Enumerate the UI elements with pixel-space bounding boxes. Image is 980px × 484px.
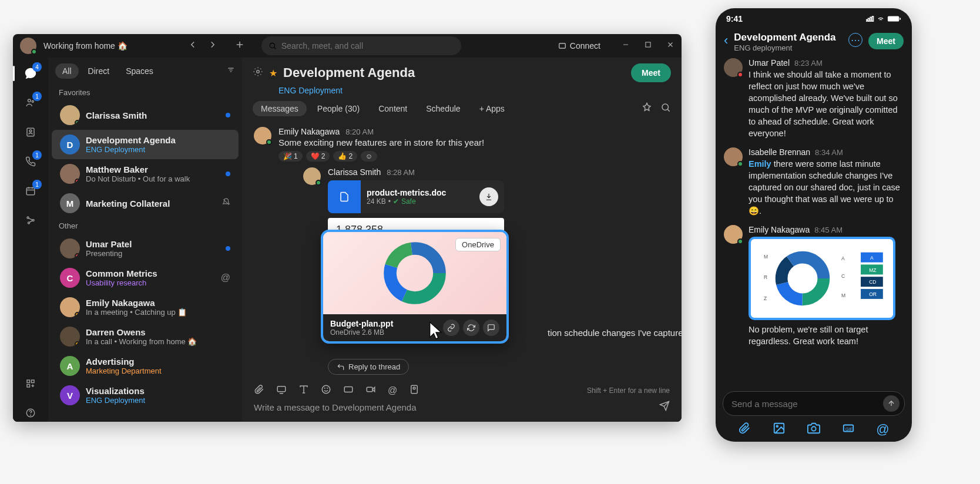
sidebar-item-matthew[interactable]: Matthew Baker Do Not Disturb • Out for a… [52, 159, 239, 189]
attach-button[interactable] [254, 384, 264, 397]
search-in-conv-icon[interactable] [660, 102, 671, 115]
add-reaction-button[interactable]: ☺ [361, 151, 377, 162]
sidebar-filter-button[interactable] [227, 66, 235, 76]
msg-time: 8:28 AM [387, 168, 415, 177]
reaction-button[interactable]: 👍2 [333, 151, 357, 162]
pin-icon[interactable] [642, 102, 652, 115]
download-button[interactable] [479, 187, 498, 206]
svg-text:CD: CD [869, 279, 876, 285]
mobile-gif-button[interactable]: GIF [842, 422, 855, 437]
search-input[interactable] [281, 41, 454, 51]
mobile-message-list[interactable]: Umar Patel8:23 AM I think we should all … [716, 58, 912, 386]
sidebar-item-common-metrics[interactable]: C Common Metrics Usability research @ [52, 263, 239, 293]
reply-to-thread-button[interactable]: Reply to thread [328, 359, 409, 375]
sidebar-item-development-agenda[interactable]: D Development Agenda ENG Deployment [52, 130, 239, 159]
file-attachment[interactable]: product-metrics.doc 24 KB•✔Safe [328, 180, 504, 213]
reaction-button[interactable]: 🎉1 [278, 151, 303, 162]
rail-apps-button[interactable] [22, 375, 39, 392]
mobile-send-button[interactable] [883, 395, 900, 412]
mobile-input-row[interactable] [723, 391, 905, 416]
conversation-subtitle: ENG Deployment [242, 86, 682, 101]
composer-input[interactable]: Write a message to Development Agenda [254, 402, 652, 412]
tab-content[interactable]: Content [370, 101, 415, 116]
rail-phone-button[interactable]: 1 [22, 153, 39, 170]
teams-badge: 1 [32, 92, 42, 101]
mute-icon [222, 198, 230, 209]
mobile-image-attachment[interactable]: M R Z A C M A MZ CD OR [749, 237, 895, 320]
rail-chat-button[interactable]: 4 [22, 65, 39, 82]
svg-rect-46 [367, 387, 372, 392]
avatar[interactable] [254, 127, 271, 144]
nav-back-button[interactable] [187, 39, 198, 52]
chat-badge: 4 [32, 62, 42, 72]
new-button[interactable] [234, 39, 245, 52]
gif-button[interactable] [343, 384, 354, 397]
message-list[interactable]: Emily Nakagawa 8:20 AM Some exciting new… [242, 122, 682, 376]
avatar[interactable] [724, 58, 743, 77]
avatar [60, 105, 80, 125]
sidebar-tab-all[interactable]: All [55, 63, 79, 79]
mobile-attach-button[interactable] [738, 422, 751, 437]
rail-contacts-button[interactable] [22, 123, 39, 141]
back-button[interactable]: ‹ [724, 33, 728, 48]
sidebar-item-clarissa[interactable]: Clarissa Smith [52, 100, 239, 130]
meet-button[interactable]: Meet [631, 63, 671, 82]
sidebar-item-visualizations[interactable]: V Visualizations ENG Deployment [52, 381, 239, 410]
rail-activity-button[interactable] [22, 211, 39, 229]
avatar[interactable] [724, 147, 743, 166]
mobile-mention-button[interactable]: @ [876, 422, 889, 437]
connect-button[interactable]: Connect [558, 41, 600, 51]
avatar: M [60, 193, 80, 213]
reaction-button[interactable]: ❤️2 [306, 151, 330, 162]
sidebar-item-marketing-collateral[interactable]: M Marketing Collateral [52, 189, 239, 218]
sidebar-tab-spaces[interactable]: Spaces [119, 63, 160, 79]
emoji-button[interactable] [321, 384, 331, 397]
mobile-meet-button[interactable]: Meet [868, 33, 904, 49]
sidebar-tab-direct[interactable]: Direct [81, 63, 117, 79]
avatar[interactable] [303, 167, 321, 185]
svg-point-26 [31, 415, 31, 415]
tab-messages[interactable]: Messages [253, 101, 307, 116]
comment-button[interactable] [483, 320, 499, 336]
tab-people[interactable]: People (30) [309, 101, 368, 116]
svg-rect-53 [868, 18, 870, 21]
send-button[interactable] [659, 401, 670, 414]
maximize-button[interactable] [644, 41, 652, 51]
rail-calendar-button[interactable]: 1 [22, 182, 39, 200]
sidebar-item-umar[interactable]: Umar Patel Presenting [52, 234, 239, 263]
minimize-button[interactable] [622, 41, 630, 51]
screen-capture-button[interactable] [276, 384, 287, 397]
close-button[interactable] [666, 41, 674, 51]
mobile-message-input[interactable] [731, 399, 878, 409]
copy-link-button[interactable] [443, 320, 459, 336]
self-avatar[interactable] [20, 38, 36, 54]
mention-button[interactable]: @ [388, 385, 397, 396]
sidebar-item-darren[interactable]: Darren Owens In a call • Working from ho… [52, 322, 239, 351]
sidebar-item-emily[interactable]: Emily Nakagawa In a meeting • Catching u… [52, 293, 239, 322]
bitmoji-button[interactable] [409, 384, 419, 397]
phone-badge: 1 [32, 150, 42, 160]
gear-icon[interactable] [253, 66, 263, 79]
search-bar[interactable] [261, 36, 461, 55]
sidebar-item-advertising[interactable]: A Advertising Marketing Department [52, 351, 239, 381]
svg-point-31 [257, 70, 260, 73]
svg-rect-13 [26, 188, 35, 195]
star-icon[interactable]: ★ [269, 68, 277, 79]
composer: @ Shift + Enter for a new line Write a m… [242, 376, 682, 422]
mobile-camera-button[interactable] [807, 422, 820, 437]
nav-forward-button[interactable] [207, 39, 218, 52]
refresh-button[interactable] [463, 320, 479, 336]
tab-schedule[interactable]: Schedule [418, 101, 468, 116]
video-message-button[interactable] [365, 384, 376, 397]
more-options-button[interactable]: ⋯ [848, 33, 862, 47]
tab-apps[interactable]: + Apps [471, 101, 513, 116]
avatar[interactable] [724, 225, 743, 244]
rail-teams-button[interactable]: 1 [22, 94, 39, 112]
rail-help-button[interactable] [22, 404, 39, 422]
battery-icon [887, 15, 901, 22]
conversation-pane: ★ Development Agenda Meet ENG Deployment… [242, 58, 682, 422]
onedrive-preview-card[interactable]: OneDrive [321, 230, 509, 344]
svg-rect-6 [646, 42, 650, 47]
mobile-image-button[interactable] [773, 422, 786, 437]
format-button[interactable] [298, 384, 309, 397]
